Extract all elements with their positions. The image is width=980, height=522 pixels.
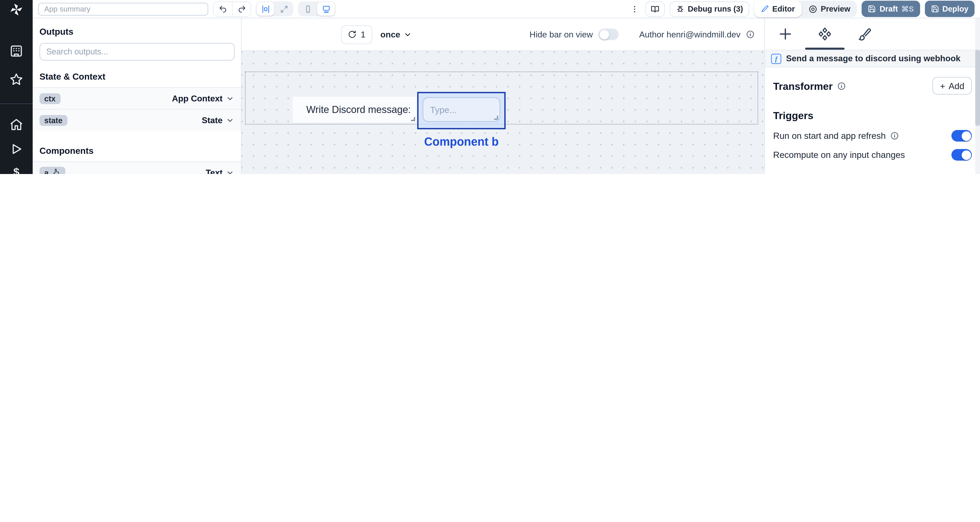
plus-icon: + xyxy=(940,81,945,91)
center-align-icon xyxy=(261,5,270,13)
state-type: State xyxy=(202,115,223,125)
editor-preview-segment: Editor Preview xyxy=(754,1,857,17)
redo-button[interactable] xyxy=(232,2,250,16)
tab-preview[interactable]: Preview xyxy=(802,1,857,17)
mobile-view-button[interactable] xyxy=(299,2,317,16)
preview-label: Preview xyxy=(821,5,850,13)
triggers-title: Triggers xyxy=(773,110,972,121)
expand-icon xyxy=(280,5,288,13)
author-label: Author henri@windmill.dev xyxy=(639,30,740,39)
search-outputs-input[interactable] xyxy=(40,43,235,60)
vertical-scrollbar[interactable] xyxy=(975,18,980,174)
hand-pointer-icon xyxy=(52,168,61,174)
left-rail: $ xyxy=(0,0,33,174)
bug-icon xyxy=(676,5,684,13)
layout-toggle-group xyxy=(256,2,293,16)
component-settings-panel: f Send a message to discord using webhoo… xyxy=(764,18,980,174)
docs-button[interactable] xyxy=(645,1,665,17)
selected-script-header: f Send a message to discord using webhoo… xyxy=(765,50,980,67)
output-row-ctx[interactable]: ctx App Context xyxy=(33,87,241,109)
book-icon xyxy=(651,5,659,13)
tab-settings-components-icon[interactable] xyxy=(817,27,832,41)
windmill-logo-icon[interactable] xyxy=(9,2,24,17)
chevron-down-icon xyxy=(226,94,234,103)
chevron-down-icon xyxy=(226,116,234,124)
text-component-a[interactable]: Write Discord message: xyxy=(293,97,417,123)
kebab-menu-icon xyxy=(630,5,639,13)
state-context-title: State & Context xyxy=(40,72,234,82)
component-row-a[interactable]: a Text xyxy=(33,161,241,174)
hide-bar-label: Hide bar on view xyxy=(530,30,593,39)
refresh-count: 1 xyxy=(361,30,366,39)
resize-handle[interactable] xyxy=(411,117,415,121)
preview-disc-icon xyxy=(808,5,817,13)
info-icon xyxy=(837,81,846,90)
ctx-type: App Context xyxy=(172,94,223,103)
text-input-component[interactable]: Type... xyxy=(423,97,500,122)
components-title: Components xyxy=(40,146,234,156)
runs-play-icon[interactable] xyxy=(9,142,24,156)
editor-label: Editor xyxy=(772,5,795,13)
transformer-title: Transformer xyxy=(773,80,833,92)
selected-component-b[interactable]: Type... xyxy=(417,92,506,129)
redo-icon xyxy=(237,5,246,13)
hide-bar-toggle[interactable] xyxy=(598,29,619,40)
text-input-placeholder: Type... xyxy=(430,105,457,115)
resize-handle[interactable] xyxy=(494,116,498,120)
app-canvas: 1 once Hide bar on view Author henri@win… xyxy=(242,18,764,174)
smartphone-icon xyxy=(303,5,312,13)
draft-label: Draft xyxy=(880,5,898,13)
desktop-icon xyxy=(322,5,331,13)
debug-runs-button[interactable]: Debug runs (3) xyxy=(670,1,749,17)
info-icon xyxy=(746,30,755,39)
device-toggle-group xyxy=(298,2,336,16)
text-component-value: Write Discord message: xyxy=(306,104,411,115)
refresh-count-button[interactable]: 1 xyxy=(341,25,372,44)
tab-theme-brush-icon[interactable] xyxy=(857,27,872,41)
fullscreen-button[interactable] xyxy=(275,2,293,16)
undo-icon xyxy=(218,5,227,13)
canvas-grid[interactable]: Write Discord message: Type... Component… xyxy=(242,51,764,174)
deploy-button[interactable]: Deploy xyxy=(925,1,975,17)
undo-button[interactable] xyxy=(214,2,232,16)
app-window: $ xyxy=(0,0,980,174)
active-tab-underline xyxy=(805,48,845,50)
variables-dollar-icon[interactable]: $ xyxy=(9,166,24,174)
home-icon[interactable] xyxy=(9,117,24,132)
app-summary-input[interactable] xyxy=(38,3,208,16)
a-type: Text xyxy=(206,168,223,174)
pencil-icon xyxy=(760,5,769,13)
recompute-toggle[interactable] xyxy=(951,149,972,161)
center-align-button[interactable] xyxy=(256,2,274,16)
add-transformer-button[interactable]: + Add xyxy=(932,77,972,95)
draft-shortcut: ⌘S xyxy=(901,5,914,13)
deploy-label: Deploy xyxy=(942,5,969,13)
trigger-recompute-label: Recompute on any input changes xyxy=(773,150,905,160)
state-badge: state xyxy=(40,115,67,126)
run-on-start-toggle[interactable] xyxy=(951,130,972,142)
function-icon: f xyxy=(771,54,781,64)
info-icon xyxy=(890,131,899,140)
settings-tabs xyxy=(765,18,980,50)
save-icon xyxy=(931,5,939,13)
trigger-run-on-start-label: Run on start and app refresh xyxy=(773,130,886,141)
favorites-star-icon[interactable] xyxy=(9,72,24,87)
a-badge: a xyxy=(44,169,49,174)
selected-script-title: Send a message to discord using webhook xyxy=(786,54,961,63)
frequency-value: once xyxy=(380,30,400,39)
chevron-down-icon xyxy=(404,30,412,38)
more-menu-button[interactable] xyxy=(630,5,639,13)
draft-button[interactable]: Draft ⌘S xyxy=(862,1,920,17)
chevron-down-icon xyxy=(226,169,234,174)
tab-editor[interactable]: Editor xyxy=(754,1,802,17)
desktop-view-button[interactable] xyxy=(317,2,335,16)
debug-runs-label: Debug runs (3) xyxy=(688,5,743,13)
frequency-dropdown[interactable]: once xyxy=(380,30,412,39)
save-icon xyxy=(868,5,876,13)
ctx-badge: ctx xyxy=(40,93,60,104)
tab-insert-plus-icon[interactable] xyxy=(778,27,793,41)
apps-icon[interactable] xyxy=(9,43,24,59)
component-b-annotation: Component b xyxy=(404,135,519,149)
canvas-header: 1 once Hide bar on view Author henri@win… xyxy=(242,18,764,51)
output-row-state[interactable]: state State xyxy=(33,109,241,130)
